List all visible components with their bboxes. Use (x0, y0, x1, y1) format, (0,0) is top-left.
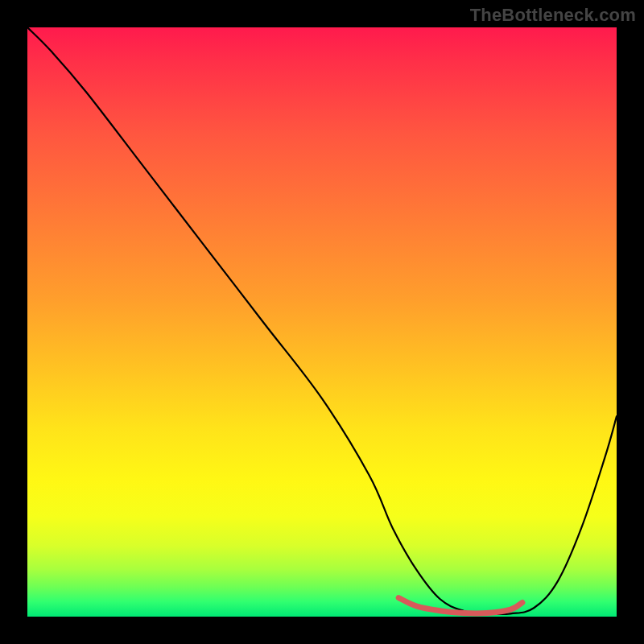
bottleneck-curve-path (27, 27, 617, 614)
chart-frame: TheBottleneck.com (0, 0, 644, 644)
curve-layer (27, 27, 617, 617)
plot-area (27, 27, 617, 617)
watermark-text: TheBottleneck.com (470, 5, 636, 26)
optimal-band-path (398, 598, 522, 614)
